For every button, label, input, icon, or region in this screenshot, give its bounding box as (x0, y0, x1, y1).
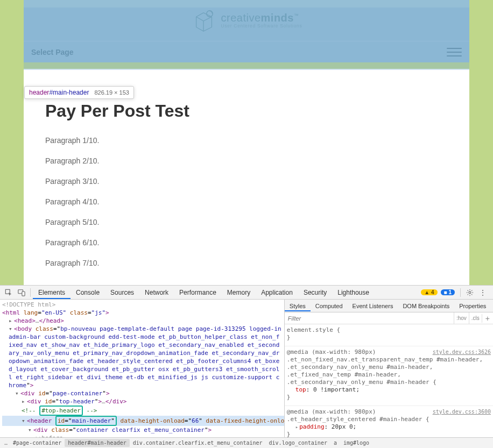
kebab-icon[interactable]: ⋮ (477, 288, 489, 297)
cube-icon (191, 8, 217, 33)
new-rule-icon[interactable]: + (482, 314, 493, 323)
warnings-badge[interactable]: ▲ 4 (421, 289, 437, 295)
tab-console[interactable]: Console (71, 286, 105, 299)
content-area: Pay Per Post Test Paragraph 1/10. Paragr… (24, 69, 469, 285)
breadcrumb: … #page-container header#main-header div… (0, 437, 493, 448)
logo-text: creativeminds™ User Centered Software So… (221, 12, 302, 29)
tab-performance[interactable]: Performance (174, 286, 222, 299)
logo[interactable]: creativeminds™ User Centered Software So… (191, 8, 302, 33)
hamburger-icon[interactable] (447, 48, 462, 56)
styles-tabs: Styles Computed Event Listeners DOM Brea… (285, 300, 493, 312)
divider-strip (24, 62, 469, 69)
paragraph: Paragraph 3/10. (45, 177, 448, 186)
paragraph: Paragraph 4/10. (45, 197, 448, 206)
bc-main-header[interactable]: header#main-header (65, 439, 129, 447)
inspect-element-icon[interactable] (4, 288, 13, 297)
devtools-tabbar: Elements Console Sources Network Perform… (0, 286, 493, 300)
bc-a[interactable]: a (330, 439, 340, 447)
bc-page-container[interactable]: #page-container (10, 439, 65, 447)
paragraph: Paragraph 7/10. (45, 259, 448, 267)
breadcrumb-ellipsis[interactable]: … (2, 440, 10, 446)
nav-row: Select Page (24, 41, 469, 62)
sp-tab-dombp[interactable]: DOM Breakpoints (398, 301, 454, 311)
filter-input[interactable] (285, 314, 454, 323)
tab-security[interactable]: Security (298, 286, 332, 299)
sp-tab-listeners[interactable]: Event Listeners (348, 301, 398, 311)
dom-selected-row[interactable]: ⋯ ▾<header id="main-header" data-height-… (2, 416, 284, 426)
tab-application[interactable]: Application (256, 286, 298, 299)
main-header: creativeminds™ User Centered Software So… (24, 0, 469, 62)
inspect-tooltip: header#main-header 826.19 × 153 (24, 86, 134, 99)
tab-elements[interactable]: Elements (33, 286, 71, 299)
tab-memory[interactable]: Memory (222, 286, 256, 299)
styles-pane: Styles Computed Event Listeners DOM Brea… (284, 300, 493, 437)
svg-line-9 (468, 290, 468, 290)
tab-lighthouse[interactable]: Lighthouse (332, 286, 375, 299)
bc-img-logo[interactable]: img#logo (340, 439, 372, 447)
paragraph: Paragraph 6/10. (45, 238, 448, 247)
hov-toggle[interactable]: :hov (454, 312, 469, 324)
devtools-body: <!DOCTYPE html> <html lang="en-US" class… (0, 300, 493, 437)
tab-network[interactable]: Network (139, 286, 174, 299)
gear-icon[interactable] (466, 289, 474, 296)
page-title: Pay Per Post Test (45, 101, 448, 121)
styles-rules[interactable]: element.style { } @media (max-width: 980… (285, 324, 493, 437)
info-badge[interactable]: ■ 1 (441, 289, 455, 295)
tab-sources[interactable]: Sources (105, 286, 139, 299)
sp-tab-computed[interactable]: Computed (311, 301, 348, 311)
page-viewport: creativeminds™ User Centered Software So… (0, 0, 493, 285)
dom-tree[interactable]: <!DOCTYPE html> <html lang="en-US" class… (0, 300, 284, 437)
svg-line-10 (471, 294, 472, 295)
bc-logo-container[interactable]: div.logo_container (266, 439, 330, 447)
svg-line-12 (471, 290, 472, 290)
select-page-label[interactable]: Select Page (31, 48, 74, 56)
page-wrap: creativeminds™ User Centered Software So… (0, 0, 493, 285)
styles-filter: :hov .cls + (285, 312, 493, 324)
paragraph: Paragraph 2/10. (45, 157, 448, 165)
device-toggle-icon[interactable] (17, 288, 26, 297)
sp-more-icon[interactable]: » (491, 303, 493, 309)
devtools: Elements Console Sources Network Perform… (0, 285, 493, 448)
paragraph: Paragraph 5/10. (45, 218, 448, 226)
svg-rect-3 (22, 291, 25, 296)
bc-container[interactable]: div.container.clearfix.et_menu_container (130, 439, 266, 447)
logo-row: creativeminds™ User Centered Software So… (24, 0, 469, 41)
cls-toggle[interactable]: .cls (469, 312, 482, 324)
sp-tab-properties[interactable]: Properties (454, 301, 491, 311)
svg-line-11 (468, 294, 468, 295)
callout-comment: #top-header (41, 407, 81, 414)
paragraph: Paragraph 1/10. (45, 136, 448, 145)
sp-tab-styles[interactable]: Styles (285, 301, 311, 311)
